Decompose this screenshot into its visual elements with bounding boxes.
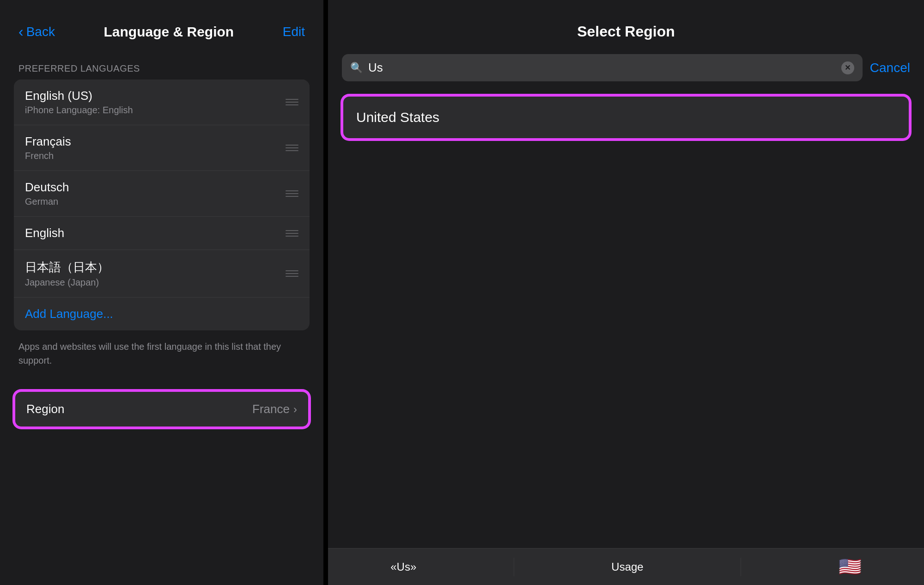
right-header: Select Region: [328, 0, 924, 49]
keyboard-suggestion-1[interactable]: «Us»: [390, 561, 416, 573]
back-label: Back: [26, 24, 55, 39]
keyboard-suggestion-2[interactable]: Usage: [611, 561, 643, 573]
language-name: Français: [25, 134, 71, 149]
language-sub: French: [25, 151, 71, 161]
nav-bar: ‹ Back Language & Region Edit: [0, 0, 323, 49]
language-info: English (US) iPhone Language: English: [25, 89, 133, 116]
drag-handle-icon[interactable]: [286, 230, 298, 237]
cancel-button[interactable]: Cancel: [870, 61, 910, 75]
language-sub: Japanese (Japan): [25, 277, 109, 288]
select-region-title: Select Region: [577, 23, 675, 40]
list-item[interactable]: English: [14, 217, 310, 250]
language-name: English (US): [25, 89, 133, 103]
keyboard-separator: [514, 558, 514, 576]
right-panel: Select Region 🔍 Cancel United States «Us…: [328, 0, 924, 585]
footer-text: Apps and websites will use the first lan…: [0, 330, 323, 377]
search-results: United States: [328, 91, 924, 548]
language-sub: German: [25, 196, 69, 207]
language-name: Deutsch: [25, 180, 69, 195]
list-item[interactable]: English (US) iPhone Language: English: [14, 79, 310, 125]
drag-handle-icon[interactable]: [286, 99, 298, 105]
drag-handle-icon[interactable]: [286, 190, 298, 197]
list-item[interactable]: Français French: [14, 125, 310, 171]
language-sub: iPhone Language: English: [25, 105, 133, 116]
language-info: Français French: [25, 134, 71, 161]
clear-search-button[interactable]: [841, 61, 854, 74]
search-input[interactable]: [368, 61, 836, 75]
chevron-right-icon: ›: [293, 403, 297, 416]
keyboard-suggestion-bar: «Us» Usage 🇺🇸: [328, 548, 924, 585]
preferred-languages-label: PREFERRED LANGUAGES: [0, 49, 323, 79]
chevron-left-icon: ‹: [18, 23, 24, 40]
panel-divider: [323, 0, 328, 585]
language-list: English (US) iPhone Language: English Fr…: [14, 79, 310, 330]
language-info: English: [25, 226, 64, 240]
result-item-united-states[interactable]: United States: [342, 95, 910, 140]
add-language-label: Add Language...: [25, 307, 113, 321]
left-panel: ‹ Back Language & Region Edit PREFERRED …: [0, 0, 323, 585]
search-input-container[interactable]: 🔍: [342, 54, 863, 81]
drag-handle-icon[interactable]: [286, 270, 298, 277]
page-title: Language & Region: [103, 24, 234, 40]
keyboard-suggestion-3[interactable]: 🇺🇸: [839, 556, 862, 578]
region-value: France: [252, 402, 290, 416]
edit-button[interactable]: Edit: [283, 24, 305, 39]
keyboard-separator: [741, 558, 741, 576]
add-language-button[interactable]: Add Language...: [14, 298, 310, 330]
drag-handle-icon[interactable]: [286, 145, 298, 151]
language-name: English: [25, 226, 64, 240]
language-info: 日本語（日本） Japanese (Japan): [25, 259, 109, 288]
region-row[interactable]: Region France ›: [14, 390, 310, 428]
search-bar: 🔍 Cancel: [328, 49, 924, 91]
language-info: Deutsch German: [25, 180, 69, 207]
back-button[interactable]: ‹ Back: [18, 23, 55, 40]
language-name: 日本語（日本）: [25, 259, 109, 275]
list-item[interactable]: 日本語（日本） Japanese (Japan): [14, 250, 310, 298]
region-value-wrap: France ›: [252, 402, 297, 416]
region-label: Region: [26, 402, 64, 416]
region-section: Region France ›: [14, 390, 310, 428]
list-item[interactable]: Deutsch German: [14, 171, 310, 217]
search-icon: 🔍: [350, 62, 363, 74]
result-text: United States: [356, 110, 439, 125]
